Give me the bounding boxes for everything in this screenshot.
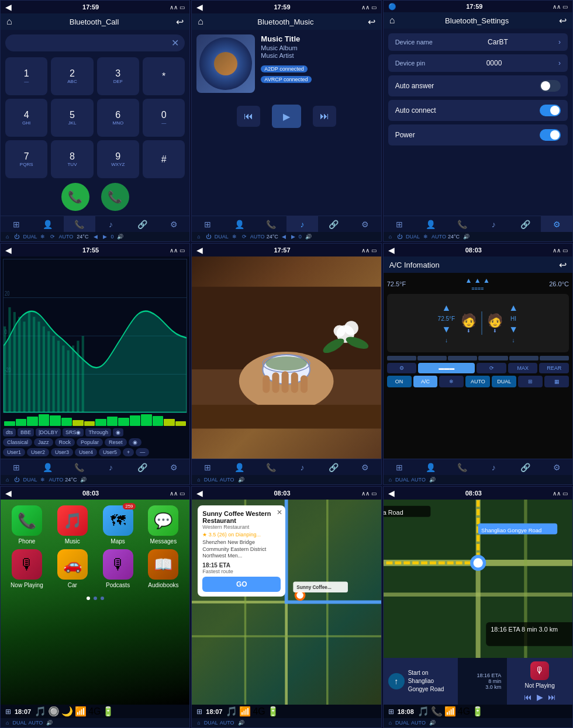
snow-climate-p2[interactable]: ❄ (230, 233, 239, 240)
back-btn2-p1[interactable]: ↩ (176, 16, 184, 27)
home-p8[interactable]: ⌂ (195, 719, 202, 726)
dial-7[interactable]: 7PQRS (5, 140, 47, 178)
tab-contacts[interactable]: 👤 (32, 216, 64, 232)
tab-music-p6[interactable]: ♪ (478, 459, 509, 475)
back-button-p5[interactable]: ◀ (196, 245, 203, 255)
eq-classical[interactable]: Classical (3, 438, 32, 446)
tab-phone-p6[interactable]: 📞 (446, 459, 478, 475)
back-button-p7[interactable]: ◀ (5, 488, 12, 498)
device-pin-row[interactable]: Device pin 0000 › (388, 54, 568, 72)
auto-connect-toggle[interactable] (540, 105, 561, 116)
vol-p8[interactable]: 🔊 (236, 719, 246, 726)
vol-down-p1[interactable]: ◀ (92, 233, 99, 240)
app-podcasts[interactable]: 🎙 Podcasts (98, 549, 139, 588)
app-messages[interactable]: 💬 Messages (143, 505, 184, 545)
tab-contacts-p5[interactable]: 👤 (223, 459, 255, 475)
back-btn2-p6[interactable]: ↩ (559, 259, 567, 271)
app-car[interactable]: 🚗 Car (52, 549, 93, 588)
home-climate-p1[interactable]: ⌂ (4, 233, 11, 240)
ac-ac-btn[interactable]: A/C (413, 376, 438, 387)
prev-button[interactable]: ⏮ (237, 106, 260, 127)
tab-phone-p2[interactable]: 📞 (255, 216, 286, 232)
eq-user4[interactable]: User4 (75, 448, 97, 456)
power-toggle[interactable] (540, 129, 561, 141)
eq-dolby[interactable]: |DOLBY (36, 428, 61, 436)
temp-up-right[interactable]: ▲ (509, 303, 518, 313)
clear-icon[interactable]: ✕ (171, 37, 179, 48)
dial-2[interactable]: 2ABC (51, 57, 93, 95)
eq-plus[interactable]: + (123, 448, 134, 456)
tab-phone-p5[interactable]: 📞 (255, 459, 286, 475)
vol-p4[interactable]: 🔊 (78, 476, 88, 483)
dial-star[interactable]: * (143, 57, 185, 95)
back-button-p8[interactable]: ◀ (196, 488, 203, 498)
ac-on-btn[interactable]: ON (387, 376, 412, 387)
eq-dts[interactable]: dts (3, 428, 16, 436)
prev-mini[interactable]: ⏮ (524, 692, 532, 702)
temp-down-left[interactable]: ▼ (441, 324, 451, 335)
tab-phone-p4[interactable]: 📞 (64, 459, 95, 475)
app-maps[interactable]: 🗺 259 Maps (98, 505, 139, 545)
app-audiobooks[interactable]: 📖 Audiobooks (143, 549, 184, 588)
back-button-p2[interactable]: ◀ (196, 2, 203, 12)
auto-answer-toggle[interactable] (540, 80, 561, 92)
device-name-row[interactable]: Device name CarBT › (388, 33, 568, 51)
vol-up-p1[interactable]: ▶ (101, 233, 109, 240)
power-climate-p3[interactable]: ⏻ (395, 233, 404, 240)
play-mini[interactable]: ▶ (537, 692, 543, 702)
home-climate-p3[interactable]: ⌂ (387, 233, 393, 240)
tab-link-p2[interactable]: 🔗 (318, 216, 350, 232)
eq-popular[interactable]: Popular (77, 438, 103, 446)
home-p9[interactable]: ⌂ (387, 719, 393, 726)
eq-bbe[interactable]: BBE (18, 428, 34, 436)
back-button-p1[interactable]: ◀ (5, 2, 12, 12)
home-climate-p4[interactable]: ⌂ (4, 476, 11, 483)
tab-contacts-p6[interactable]: 👤 (415, 459, 447, 475)
dial-hash[interactable]: # (143, 140, 185, 178)
vol-icon-p2[interactable]: 🔊 (303, 233, 313, 240)
snow-climate-p1[interactable]: ❄ (39, 233, 47, 240)
tab-settings-p6[interactable]: ⚙ (541, 459, 572, 475)
home-button-p3[interactable]: ⌂ (389, 15, 395, 26)
power-climate-p1[interactable]: ⏻ (12, 233, 21, 240)
tab-phone[interactable]: 📞 (64, 216, 95, 232)
tab-music-p5[interactable]: ♪ (286, 459, 318, 475)
tab-link-p4[interactable]: 🔗 (127, 459, 158, 475)
vol-icon-p1[interactable]: 🔊 (115, 233, 125, 240)
vol-p7[interactable]: 🔊 (44, 719, 54, 726)
tab-link-p3[interactable]: 🔗 (509, 216, 541, 232)
dial-5[interactable]: 5JKL (51, 99, 93, 137)
app-nowplaying[interactable]: 🎙 Now Playing (6, 549, 47, 588)
tab-contacts-p2[interactable]: 👤 (223, 216, 255, 232)
vol-p9[interactable]: 🔊 (427, 719, 437, 726)
ac-auto-btn[interactable]: AUTO (465, 376, 490, 387)
dial-9[interactable]: 9WXYZ (97, 140, 139, 178)
ac-rear-btn[interactable]: REAR (539, 363, 569, 373)
tab-phone-p3[interactable]: 📞 (446, 216, 478, 232)
tab-music-p4[interactable]: ♪ (95, 459, 127, 475)
home-button-p1[interactable]: ⌂ (6, 16, 12, 27)
eq-user2[interactable]: User2 (27, 448, 49, 456)
vol-p5[interactable]: 🔊 (236, 476, 246, 483)
home-p5[interactable]: ⌂ (195, 476, 202, 483)
dial-4[interactable]: 4GHI (5, 99, 47, 137)
eq-through[interactable]: Through (85, 428, 111, 436)
power-climate-p4[interactable]: ⏻ (12, 476, 21, 483)
video-panel[interactable] (192, 256, 381, 459)
dial-6[interactable]: 6MNO (97, 99, 139, 137)
vol-icon-p3[interactable]: 🔊 (461, 233, 471, 240)
eq-circle2[interactable]: ◉ (129, 438, 141, 446)
map2-panel[interactable]: Hongma Road Shangliao Gongye Road 18:16 … (384, 500, 572, 705)
home-button-p2[interactable]: ⌂ (198, 16, 203, 27)
tab-settings[interactable]: ⚙ (158, 216, 189, 232)
ac-fan-icon[interactable]: ⟳ (477, 363, 506, 373)
call-button[interactable]: 📞 (61, 183, 89, 211)
next-button[interactable]: ⏭ (313, 106, 336, 127)
eq-minus[interactable]: — (136, 448, 149, 456)
eq-srs[interactable]: SRS◉ (63, 428, 84, 436)
eq-circle1[interactable]: ◉ (113, 428, 123, 436)
dial-3[interactable]: 3DEF (97, 57, 139, 95)
ac-fan-speed[interactable]: ▬▬▬ (418, 363, 475, 373)
tab-settings-p4[interactable]: ⚙ (158, 459, 189, 475)
ac-defrost-btn[interactable]: ❄ (439, 376, 464, 387)
